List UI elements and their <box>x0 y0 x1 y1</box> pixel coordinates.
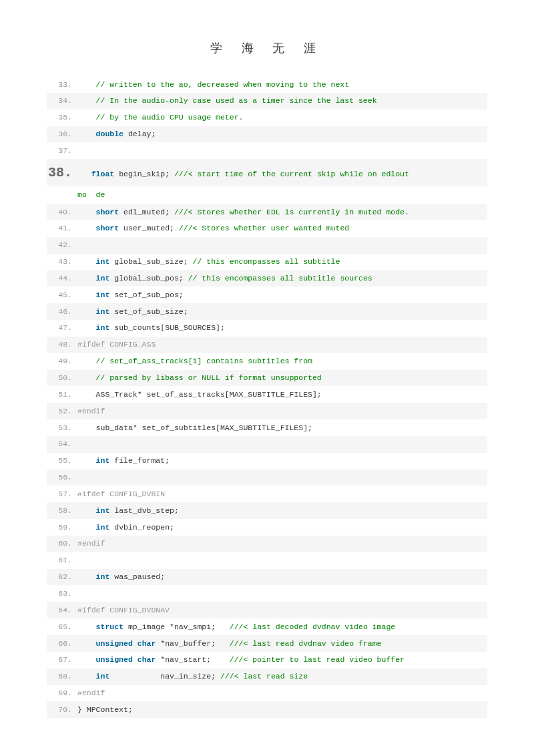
code-content: int set_of_sub_size; <box>77 305 487 319</box>
line-number: 44. <box>47 271 77 286</box>
code-line: 58. int last_dvb_step; <box>47 502 487 519</box>
code-line: 51. ASS_Track* set_of_ass_tracks[MAX_SUB… <box>47 386 487 403</box>
code-content: int set_of_sub_pos; <box>77 288 487 303</box>
line-number: 53. <box>47 421 77 435</box>
code-content: #ifdef CONFIG_DVBIN <box>77 487 487 502</box>
line-number: 62. <box>47 570 77 584</box>
code-line: 43. int global_sub_size; // this encompa… <box>47 254 487 270</box>
line-number: 46. <box>47 305 77 319</box>
code-content: int last_dvb_step; <box>77 504 487 518</box>
code-content: // parsed by libass or NULL if format un… <box>77 371 487 385</box>
code-line: 49. // set_of_ass_tracks[i] contains sub… <box>47 353 487 370</box>
line-number: 60. <box>47 536 77 551</box>
line-number: 42. <box>47 238 77 252</box>
code-line-wrap: mo de <box>47 186 487 204</box>
line-number: 55. <box>47 453 77 468</box>
code-line: 47. int sub_counts[SUB_SOURCES]; <box>47 320 487 337</box>
code-line: 48.#ifdef CONFIG_ASS <box>47 337 487 353</box>
line-number: 54. <box>47 437 77 451</box>
code-line: 55. int file_format; <box>47 453 487 469</box>
line-number: 57. <box>47 487 77 502</box>
code-line: 61. <box>47 552 487 569</box>
line-number: 66. <box>47 636 77 651</box>
line-number: 43. <box>47 254 77 269</box>
line-number: 50. <box>47 371 77 385</box>
code-content: // by the audio CPU usage meter. <box>77 110 487 125</box>
code-content: int global_sub_size; // this encompasses… <box>77 254 487 269</box>
line-number: 41. <box>47 221 77 236</box>
code-content: int file_format; <box>77 453 487 468</box>
page-title: 学 海 无 涯 <box>47 40 487 56</box>
code-line: 38. float begin_skip; ///< start time of… <box>47 159 487 186</box>
line-number: 33. <box>47 77 77 92</box>
code-content: #endif <box>77 536 487 551</box>
code-line: 34. // In the audio-only case used as a … <box>47 93 487 110</box>
code-line: 35. // by the audio CPU usage meter. <box>47 110 487 126</box>
code-content: // set_of_ass_tracks[i] contains subtitl… <box>77 354 487 369</box>
code-line: 33. // written to the ao, decreased when… <box>47 76 487 93</box>
line-number: 45. <box>47 288 77 303</box>
line-number: 63. <box>47 586 77 601</box>
code-content: // In the audio-only case used as a time… <box>77 93 487 108</box>
code-content: int was_paused; <box>77 570 487 584</box>
line-number: 40. <box>47 205 77 220</box>
code-line: 66. unsigned char *nav_buffer; ///< last… <box>47 635 487 652</box>
line-number: 70. <box>47 703 77 717</box>
code-line: 52.#endif <box>47 403 487 419</box>
line-number: 65. <box>47 620 77 634</box>
code-line: 42. <box>47 237 487 254</box>
code-line: 53. sub_data* set_of_subtitles[MAX_SUBTI… <box>47 419 487 436</box>
line-number: 48. <box>47 337 77 352</box>
code-line: 69.#endif <box>47 685 487 702</box>
code-content: float begin_skip; ///< start time of the… <box>77 167 487 182</box>
code-line: 41. short user_muted; ///< Stores whethe… <box>47 220 487 237</box>
code-line: 45. int set_of_sub_pos; <box>47 287 487 303</box>
code-line: 60.#endif <box>47 536 487 552</box>
code-content <box>77 144 487 158</box>
code-line: 56. <box>47 469 487 486</box>
code-content: unsigned char *nav_start; ///< pointer t… <box>77 652 487 667</box>
document-page: 学 海 无 涯 33. // written to the ao, decrea… <box>0 0 534 756</box>
code-line: 37. <box>47 142 487 159</box>
line-number: 69. <box>47 686 77 701</box>
code-content: short user_muted; ///< Stores whether us… <box>77 221 487 236</box>
code-content: short edl_muted; ///< Stores whether EDL… <box>77 205 487 220</box>
line-number: 38. <box>47 160 77 186</box>
line-number: 61. <box>47 553 77 568</box>
line-number: 56. <box>47 470 77 485</box>
code-line: 44. int global_sub_pos; // this encompas… <box>47 270 487 287</box>
line-number: 67. <box>47 652 77 667</box>
code-content: sub_data* set_of_subtitles[MAX_SUBTITLE_… <box>77 421 487 435</box>
code-line: 68. int nav_in_size; ///< last read size <box>47 669 487 685</box>
code-line: 67. unsigned char *nav_start; ///< point… <box>47 652 487 669</box>
code-line: 65. struct mp_image *nav_smpi; ///< last… <box>47 618 487 635</box>
line-number: 47. <box>47 321 77 335</box>
code-line: 63. <box>47 585 487 602</box>
code-content: #ifdef CONFIG_DVDNAV <box>77 603 487 618</box>
line-number: 58. <box>47 504 77 518</box>
code-content: } MPContext; <box>77 703 487 717</box>
code-content: int sub_counts[SUB_SOURCES]; <box>77 321 487 335</box>
code-content: int global_sub_pos; // this encompasses … <box>77 271 487 286</box>
code-content: unsigned char *nav_buffer; ///< last rea… <box>77 636 487 651</box>
code-content: double delay; <box>77 127 487 142</box>
code-content <box>77 437 487 451</box>
code-line: 59. int dvbin_reopen; <box>47 519 487 536</box>
code-line: 54. <box>47 436 487 453</box>
code-line: 62. int was_paused; <box>47 569 487 586</box>
line-number: 64. <box>47 603 77 618</box>
code-content: int dvbin_reopen; <box>77 520 487 535</box>
code-content: struct mp_image *nav_smpi; ///< last dec… <box>77 620 487 634</box>
code-line: 57.#ifdef CONFIG_DVBIN <box>47 486 487 502</box>
line-number: 34. <box>47 93 77 108</box>
code-line: 36. double delay; <box>47 126 487 143</box>
line-number: 37. <box>47 144 77 158</box>
line-number: 59. <box>47 520 77 535</box>
code-content <box>77 553 487 568</box>
line-number: 68. <box>47 669 77 684</box>
code-line: 64.#ifdef CONFIG_DVDNAV <box>47 602 487 618</box>
code-content: #endif <box>77 404 487 419</box>
line-number: 51. <box>47 387 77 402</box>
code-line: 40. short edl_muted; ///< Stores whether… <box>47 204 487 220</box>
code-line: 50. // parsed by libass or NULL if forma… <box>47 370 487 387</box>
